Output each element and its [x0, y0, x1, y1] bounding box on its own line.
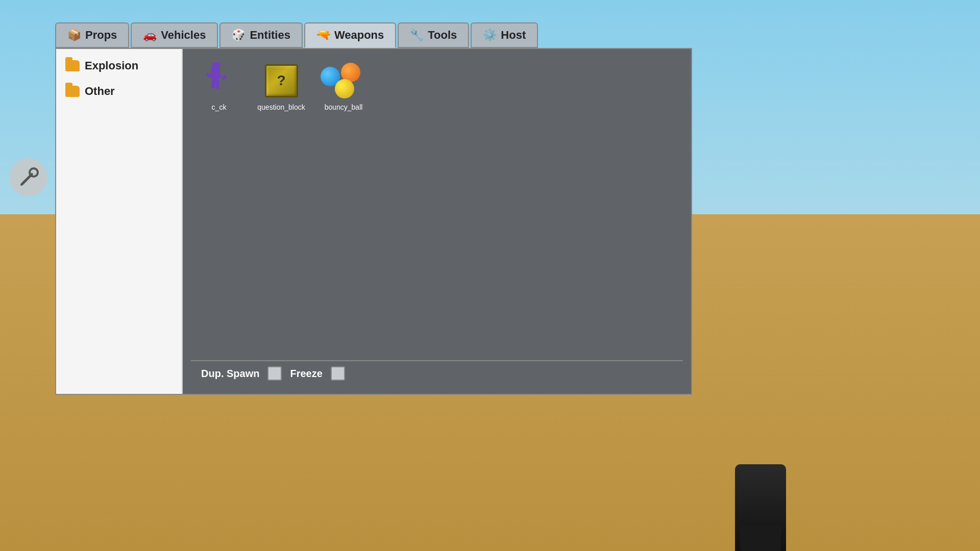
tab-bar: 📦 Props 🚗 Vehicles 🎲 Entities 🔫 Weapons …	[55, 22, 692, 48]
tab-tools[interactable]: 🔧 Tools	[398, 22, 469, 48]
item-grid: c_ck ? question_block	[183, 49, 691, 394]
c-ck-visual	[196, 60, 242, 101]
tab-entities-label: Entities	[250, 29, 290, 42]
sidebar-item-other[interactable]: Other	[56, 79, 182, 104]
question-block-visual: ?	[258, 60, 304, 101]
sidebar-label-other: Other	[85, 85, 115, 98]
main-panel: 📦 Props 🚗 Vehicles 🎲 Entities 🔫 Weapons …	[55, 22, 692, 395]
tab-entities[interactable]: 🎲 Entities	[219, 22, 302, 48]
weapon-grip	[740, 525, 781, 551]
tab-props-label: Props	[85, 29, 117, 42]
sidebar: Explosion Other	[56, 49, 183, 394]
tab-weapons[interactable]: 🔫 Weapons	[304, 22, 396, 48]
tab-host[interactable]: ⚙️ Host	[471, 22, 538, 48]
bouncy-ball-group	[321, 62, 366, 100]
dup-spawn-label: Dup. Spawn	[201, 368, 259, 380]
weapons-icon: 🔫	[316, 29, 330, 42]
bottom-bar: Dup. Spawn Freeze	[191, 360, 683, 386]
vehicles-icon: 🚗	[143, 29, 157, 42]
svg-line-3	[21, 183, 23, 185]
folder-icon-explosion	[65, 60, 80, 71]
folder-icon-other	[65, 86, 80, 97]
tab-tools-label: Tools	[428, 29, 457, 42]
tab-host-label: Host	[501, 29, 526, 42]
question-mark: ?	[277, 72, 285, 89]
hand-weapon-area	[715, 439, 806, 551]
weapon-hand-shape	[735, 464, 786, 551]
sidebar-label-explosion: Explosion	[85, 59, 138, 72]
freeze-label: Freeze	[290, 368, 322, 380]
item-c-ck[interactable]: c_ck	[191, 57, 247, 114]
tab-weapons-label: Weapons	[334, 29, 384, 42]
c-ck-svg	[205, 62, 233, 99]
item-c-ck-label: c_ck	[212, 103, 227, 111]
tools-icon-tab: 🔧	[410, 29, 424, 42]
tab-props[interactable]: 📦 Props	[55, 22, 129, 48]
item-bouncy-ball-label: bouncy_ball	[325, 103, 363, 111]
empty-grid-space	[191, 122, 683, 360]
item-question-block[interactable]: ? question_block	[253, 57, 309, 114]
tab-vehicles-label: Vehicles	[161, 29, 206, 42]
props-icon: 📦	[67, 29, 81, 42]
dup-spawn-checkbox[interactable]	[267, 366, 282, 381]
host-icon: ⚙️	[483, 29, 497, 42]
entities-icon: 🎲	[232, 29, 246, 42]
question-block-shape: ?	[265, 64, 298, 97]
bouncy-ball-visual	[321, 60, 366, 101]
item-bouncy-ball[interactable]: bouncy_ball	[315, 57, 372, 114]
ball-yellow	[335, 79, 354, 98]
tab-vehicles[interactable]: 🚗 Vehicles	[131, 22, 218, 48]
item-question-block-label: question_block	[257, 103, 305, 111]
items-row: c_ck ? question_block	[191, 57, 683, 114]
tools-circle-icon[interactable]	[9, 158, 47, 196]
wrench-icon	[17, 166, 40, 189]
freeze-checkbox[interactable]	[331, 366, 345, 381]
sidebar-item-explosion[interactable]: Explosion	[56, 53, 182, 79]
content-area: Explosion Other	[55, 48, 692, 395]
